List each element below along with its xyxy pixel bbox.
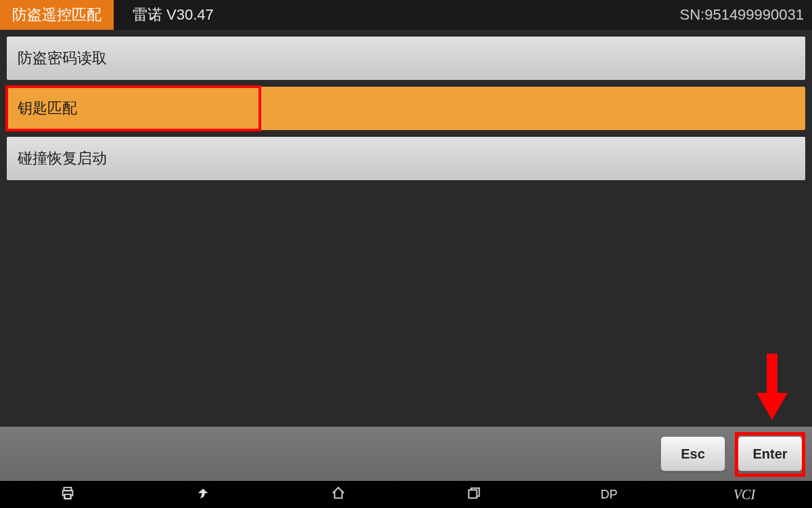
svg-rect-4: [469, 490, 477, 498]
recent-apps-icon: [466, 486, 481, 503]
header-serial-number: SN:951499990031: [680, 6, 805, 24]
app-header: 防盗遥控匹配 雷诺 V30.47 SN:951499990031: [0, 0, 812, 30]
nav-back-button[interactable]: [135, 481, 271, 508]
svg-marker-1: [757, 393, 788, 420]
annotation-arrow-icon: [755, 354, 789, 424]
nav-vci-label: VCI: [734, 487, 755, 503]
menu-list: 防盗密码读取 钥匙匹配 碰撞恢复启动: [0, 30, 812, 180]
menu-item-label: 钥匙匹配: [18, 98, 77, 119]
button-label: Esc: [681, 446, 705, 462]
menu-item-label: 碰撞恢复启动: [18, 148, 107, 169]
button-label: Enter: [752, 446, 787, 462]
back-icon: [196, 486, 210, 503]
nav-vci-button[interactable]: VCI: [677, 481, 812, 508]
menu-item-crash-recovery[interactable]: 碰撞恢复启动: [7, 137, 805, 180]
nav-recent-button[interactable]: [406, 481, 541, 508]
svg-rect-0: [767, 354, 777, 396]
printer-icon: [60, 486, 75, 503]
menu-item-read-code[interactable]: 防盗密码读取: [7, 37, 805, 80]
home-icon: [331, 486, 346, 503]
footer-toolbar: Esc Enter: [0, 427, 812, 481]
header-title: 雷诺 V30.47: [133, 5, 214, 25]
enter-button[interactable]: Enter: [738, 436, 803, 471]
esc-button[interactable]: Esc: [660, 436, 725, 471]
menu-item-key-match[interactable]: 钥匙匹配: [7, 87, 805, 130]
header-tag: 防盗遥控匹配: [0, 0, 114, 30]
nav-dp-label: DP: [600, 488, 617, 502]
nav-home-button[interactable]: [271, 481, 406, 508]
nav-print-button[interactable]: [0, 481, 135, 508]
svg-rect-3: [64, 494, 70, 499]
menu-item-label: 防盗密码读取: [18, 48, 107, 68]
system-nav-bar: DP VCI: [0, 481, 812, 508]
nav-dp-button[interactable]: DP: [541, 481, 677, 508]
